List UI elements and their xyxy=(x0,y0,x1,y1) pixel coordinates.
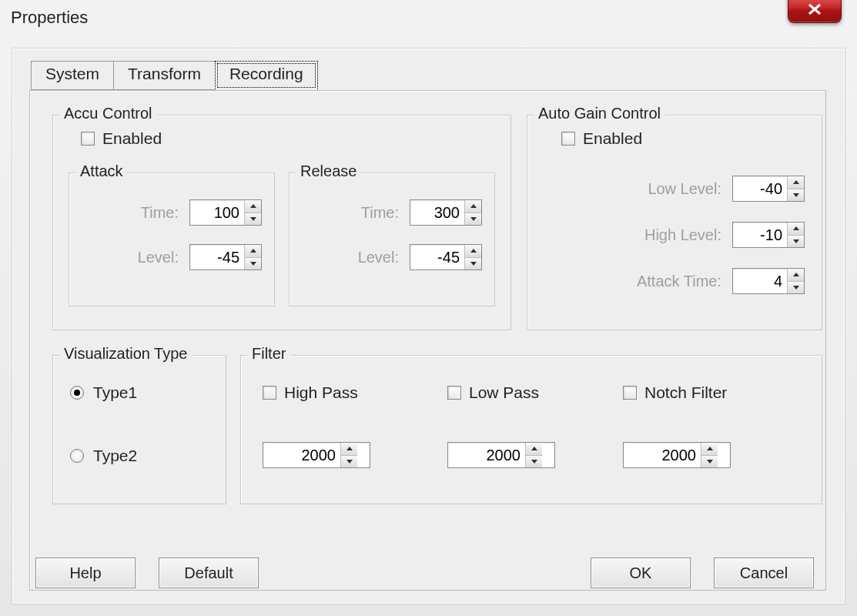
tab-strip: System Transform Recording xyxy=(31,61,317,90)
accu-enabled-label: Enabled xyxy=(102,129,162,148)
agc-enabled-checkbox[interactable]: Enabled xyxy=(561,129,642,148)
group-filter-title: Filter xyxy=(247,345,290,363)
default-button[interactable]: Default xyxy=(159,557,259,588)
radio-type1-label: Type1 xyxy=(93,383,137,402)
attack-time-label: Time: xyxy=(125,204,179,222)
group-accu-title: Accu Control xyxy=(59,105,157,122)
notch-checkbox[interactable]: Notch Filter xyxy=(623,383,727,402)
spin-down-icon[interactable] xyxy=(465,213,481,226)
checkbox-icon xyxy=(623,386,637,400)
close-button[interactable] xyxy=(788,0,842,23)
ok-button[interactable]: OK xyxy=(591,557,691,588)
accu-enabled-checkbox[interactable]: Enabled xyxy=(81,129,162,148)
highpass-label: High Pass xyxy=(284,383,358,402)
spin-down-icon[interactable] xyxy=(788,281,804,294)
spin-up-icon[interactable] xyxy=(465,245,481,257)
group-agc-title: Auto Gain Control xyxy=(534,105,665,122)
spin-up-icon[interactable] xyxy=(788,176,804,189)
attack-time-spinner[interactable] xyxy=(189,199,262,226)
agc-high-label: High Level: xyxy=(621,226,721,244)
group-visualization-type: Visualization Type Type1 Type2 xyxy=(52,355,226,504)
radio-icon xyxy=(70,449,84,463)
lowpass-value-spinner[interactable] xyxy=(447,442,555,468)
spin-up-icon[interactable] xyxy=(245,200,261,213)
group-filter: Filter High Pass Low Pass Notch Filter xyxy=(240,355,822,504)
notch-value-input[interactable] xyxy=(624,443,701,467)
highpass-value-spinner[interactable] xyxy=(263,442,370,468)
release-level-spinner[interactable] xyxy=(410,244,482,270)
highpass-checkbox[interactable]: High Pass xyxy=(263,383,358,402)
group-attack-title: Attack xyxy=(75,162,128,180)
group-vis-title: Visualization Type xyxy=(59,345,192,363)
spin-up-icon[interactable] xyxy=(701,443,718,455)
cancel-button[interactable]: Cancel xyxy=(714,557,814,588)
release-time-spinner[interactable] xyxy=(410,199,482,226)
dialog-client-area: System Transform Recording Accu Control … xyxy=(12,48,845,604)
spin-up-icon[interactable] xyxy=(526,443,542,455)
release-time-label: Time: xyxy=(345,204,399,222)
help-button[interactable]: Help xyxy=(35,557,136,588)
spin-down-icon[interactable] xyxy=(788,235,804,248)
checkbox-icon xyxy=(561,132,575,146)
group-auto-gain-control: Auto Gain Control Enabled Low Level: Hig… xyxy=(527,115,822,330)
radio-type2[interactable]: Type2 xyxy=(70,447,137,465)
lowpass-checkbox[interactable]: Low Pass xyxy=(447,383,539,402)
spin-down-icon[interactable] xyxy=(526,455,542,468)
checkbox-icon xyxy=(263,386,276,400)
radio-type1[interactable]: Type1 xyxy=(70,383,137,402)
release-level-input[interactable] xyxy=(410,245,464,270)
spin-down-icon[interactable] xyxy=(465,257,481,270)
release-time-input[interactable] xyxy=(410,200,464,225)
spin-down-icon[interactable] xyxy=(245,213,261,226)
agc-low-input[interactable] xyxy=(733,176,787,201)
attack-level-label: Level: xyxy=(125,249,179,266)
attack-level-input[interactable] xyxy=(190,245,244,270)
spin-up-icon[interactable] xyxy=(788,269,804,281)
spin-down-icon[interactable] xyxy=(701,455,718,468)
spin-down-icon[interactable] xyxy=(788,189,804,202)
group-attack: Attack Time: Level: xyxy=(69,172,275,306)
radio-type2-label: Type2 xyxy=(93,447,137,465)
spin-down-icon[interactable] xyxy=(341,455,357,468)
radio-icon xyxy=(70,386,84,400)
agc-low-spinner[interactable] xyxy=(732,176,805,202)
agc-enabled-label: Enabled xyxy=(583,129,642,148)
close-icon xyxy=(807,3,822,15)
highpass-value-input[interactable] xyxy=(263,443,340,467)
notch-value-spinner[interactable] xyxy=(623,442,731,468)
checkbox-icon xyxy=(81,132,95,146)
agc-high-input[interactable] xyxy=(733,223,787,247)
group-release-title: Release xyxy=(296,162,361,180)
spin-up-icon[interactable] xyxy=(465,200,481,213)
agc-high-spinner[interactable] xyxy=(732,222,805,248)
spin-down-icon[interactable] xyxy=(245,257,261,270)
tab-system[interactable]: System xyxy=(31,61,114,90)
spin-up-icon[interactable] xyxy=(245,245,261,257)
agc-attack-input[interactable] xyxy=(733,269,787,293)
agc-low-label: Low Level: xyxy=(621,180,721,198)
spin-up-icon[interactable] xyxy=(788,223,804,235)
release-level-label: Level: xyxy=(345,249,399,266)
agc-attack-spinner[interactable] xyxy=(732,268,805,294)
notch-label: Notch Filter xyxy=(644,383,727,402)
checkbox-icon xyxy=(447,386,461,400)
group-release: Release Time: Level: xyxy=(289,172,495,306)
group-accu-control: Accu Control Enabled Attack Time: Level: xyxy=(52,115,511,330)
window-title: Properties xyxy=(11,8,88,28)
lowpass-label: Low Pass xyxy=(469,383,539,402)
attack-level-spinner[interactable] xyxy=(189,244,262,270)
tab-recording[interactable]: Recording xyxy=(215,61,318,90)
agc-attack-label: Attack Time: xyxy=(621,273,721,290)
tab-transform[interactable]: Transform xyxy=(113,61,216,90)
lowpass-value-input[interactable] xyxy=(448,443,525,467)
attack-time-input[interactable] xyxy=(190,200,244,225)
spin-up-icon[interactable] xyxy=(341,443,357,455)
